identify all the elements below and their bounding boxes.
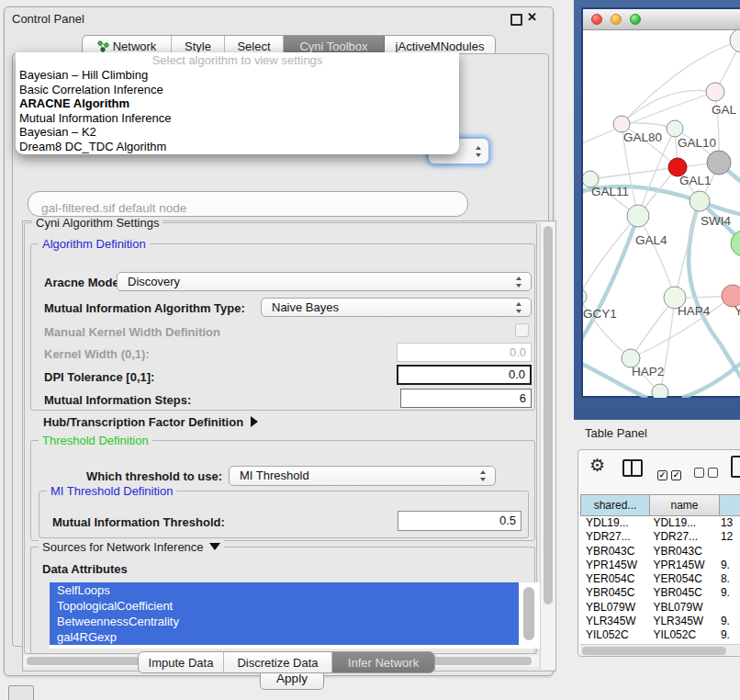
network-node-node-top-right[interactable]: [730, 30, 740, 52]
aracne-mode-combobox[interactable]: Discovery: [117, 272, 532, 291]
close-icon[interactable]: ✕: [527, 10, 537, 24]
attribute-item-topologicalcoefficient[interactable]: TopologicalCoefficient: [50, 598, 519, 614]
table-row[interactable]: YER054CYER054C8.: [580, 572, 740, 586]
mi-algorithm-type-label: Mutual Information Algorithm Type:: [44, 301, 245, 315]
mi-algorithm-type-value: Naive Bayes: [272, 300, 339, 314]
data-attributes-list[interactable]: SelfLoopsTopologicalCoefficientBetweenne…: [50, 582, 540, 649]
list-scrollbar-thumb[interactable]: [523, 587, 534, 640]
hub-definition-expander[interactable]: Hub/Transcription Factor Definition: [43, 415, 258, 429]
table-row[interactable]: YBR043CYBR043C: [580, 545, 740, 559]
checked-box-icon: ✓: [657, 470, 667, 480]
node-label-gal80: GAL80: [623, 130, 662, 144]
collapse-arrow-icon: [209, 543, 220, 550]
desktop-area: GALGAL80GAL10GAL1GAL11SWI4GAL4GCY1HAP4YH…: [574, 0, 740, 420]
close-traffic-light[interactable]: [591, 14, 602, 25]
bottom-tab-infer-network[interactable]: Infer Network: [332, 652, 434, 672]
table-cell: [715, 601, 740, 615]
cyni-algorithm-settings-group: Cyni Algorithm Settings Algorithm Defini…: [24, 222, 537, 654]
tab-label: Discretize Data: [237, 656, 318, 670]
network-node-gal10[interactable]: [667, 120, 683, 137]
table-row[interactable]: YDL19...YDL19...13: [580, 516, 740, 530]
table-row[interactable]: YPR145WYPR145W9.: [580, 559, 740, 572]
algorithm-item-aracne-algorithm[interactable]: ARACNE Algorithm: [16, 96, 459, 111]
minimize-traffic-light[interactable]: [611, 14, 622, 25]
column-header-shared-[interactable]: shared...: [580, 494, 650, 516]
float-window-icon[interactable]: [510, 14, 522, 26]
node-label-hap2: HAP2: [632, 365, 664, 378]
which-threshold-label: Which threshold to use:: [86, 469, 222, 483]
table-cell: YER054C: [647, 572, 714, 586]
attribute-item-gal4rgexp[interactable]: gal4RGexp: [50, 629, 519, 645]
column-header-name[interactable]: name: [650, 494, 720, 516]
unchecked-box-icon: [708, 468, 718, 478]
attribute-item-betweennesscentrality[interactable]: BetweennessCentrality: [50, 614, 519, 629]
network-canvas[interactable]: GALGAL80GAL10GAL1GAL11SWI4GAL4GCY1HAP4YH…: [583, 30, 740, 398]
mi-algorithm-type-combobox[interactable]: Naive Bayes: [261, 298, 532, 317]
group-title: Threshold Definition: [39, 434, 152, 447]
algorithm-item-basic-correlation-inference[interactable]: Basic Correlation Inference: [16, 83, 459, 97]
algorithm-item-bayesian-hill-climbing[interactable]: Bayesian – Hill Climbing: [16, 68, 459, 83]
manual-kernel-width-checkbox[interactable]: [515, 323, 529, 337]
table-cell: YBL079W: [647, 601, 714, 615]
table-row[interactable]: YIL052CYIL052C9.: [580, 628, 740, 642]
table-scrollbar-thumb[interactable]: [582, 647, 726, 655]
network-default-node-value: gal-filtered.sif default node: [41, 201, 186, 215]
select-all-columns-icon[interactable]: ✓✓: [657, 465, 685, 481]
network-node-node-bottom-green[interactable]: [652, 384, 668, 398]
mi-threshold-field[interactable]: 0.5: [398, 511, 521, 531]
network-node-node-gray[interactable]: [707, 151, 731, 175]
attribute-item-selfloops[interactable]: SelfLoops: [50, 582, 519, 598]
node-label-gal11: GAL11: [591, 185, 629, 198]
network-default-node-combobox[interactable]: gal-filtered.sif default node: [28, 191, 468, 217]
dpi-tolerance-label: DPI Tolerance [0,1]:: [44, 370, 154, 384]
aracne-mode-label: Aracne Mode:: [44, 276, 123, 289]
document-icon[interactable]: [731, 456, 740, 478]
hub-definition-label: Hub/Transcription Factor Definition: [43, 415, 243, 429]
group-title: Algorithm Definition: [39, 237, 150, 251]
table-panel-title: Table Panel: [585, 426, 647, 440]
table-cell: YDR27...: [647, 530, 714, 544]
table-cell: 12: [715, 530, 740, 544]
kernel-width-field[interactable]: 0.0: [397, 343, 532, 362]
table-row[interactable]: YBR045CYBR045C9.: [580, 586, 740, 600]
bottom-tab-discretize-data[interactable]: Discretize Data: [224, 652, 332, 672]
sources-expander[interactable]: Sources for Network Inference: [39, 540, 224, 554]
network-window-titlebar[interactable]: [583, 9, 740, 30]
node-label-gal1: GAL1: [679, 174, 712, 187]
algorithm-item-mutual-information-inference[interactable]: Mutual Information Inference: [16, 111, 459, 126]
screen: Control Panel ✕ NetworkStyleSelectCyni T…: [0, 0, 740, 700]
table-cell: YLR345W: [647, 615, 714, 628]
gear-icon[interactable]: ⚙: [589, 457, 605, 475]
column-header-cut[interactable]: [720, 494, 740, 516]
table-cell: YBR045C: [647, 586, 714, 600]
table-row[interactable]: YBL079WYBL079W: [580, 601, 740, 615]
table-cell: 9.: [715, 559, 740, 572]
deselect-all-columns-icon[interactable]: [694, 465, 722, 481]
table-cell: 13: [715, 516, 740, 530]
network-node-gal4[interactable]: [627, 205, 649, 227]
mi-steps-field[interactable]: 6: [400, 389, 532, 408]
mi-threshold-label: Mutual Information Threshold:: [52, 515, 225, 529]
table-row[interactable]: YDR27...YDR27...12: [580, 530, 740, 544]
vertical-scrollbar[interactable]: [540, 222, 555, 670]
table-cell: YIL052C: [580, 628, 647, 642]
columns-icon[interactable]: [622, 459, 643, 477]
minimized-panel-icon[interactable]: [8, 685, 34, 700]
table-row[interactable]: YLR345WYLR345W9.: [580, 615, 740, 628]
zoom-traffic-light[interactable]: [630, 14, 641, 25]
network-node-node-pink-top[interactable]: [706, 83, 724, 101]
combo-arrows-icon: [516, 302, 522, 313]
vertical-scrollbar-thumb[interactable]: [544, 226, 553, 604]
which-threshold-combobox[interactable]: MI Threshold: [229, 466, 496, 486]
network-node-swi4[interactable]: [690, 191, 710, 211]
table-cell: YBL079W: [580, 601, 647, 615]
unchecked-box-icon: [694, 468, 704, 478]
algorithm-item-bayesian-k2[interactable]: Bayesian – K2: [16, 125, 459, 140]
table-horizontal-scrollbar[interactable]: [580, 644, 740, 657]
tab-label: Infer Network: [348, 656, 419, 670]
node-label-y: Y: [734, 304, 740, 318]
network-node-gcy1[interactable]: [583, 288, 587, 305]
bottom-tab-impute-data[interactable]: Impute Data: [139, 652, 224, 672]
dpi-tolerance-field[interactable]: 0.0: [397, 365, 532, 385]
algorithm-item-dream8-dc-tdc-algorithm[interactable]: Dream8 DC_TDC Algorithm: [16, 140, 459, 154]
